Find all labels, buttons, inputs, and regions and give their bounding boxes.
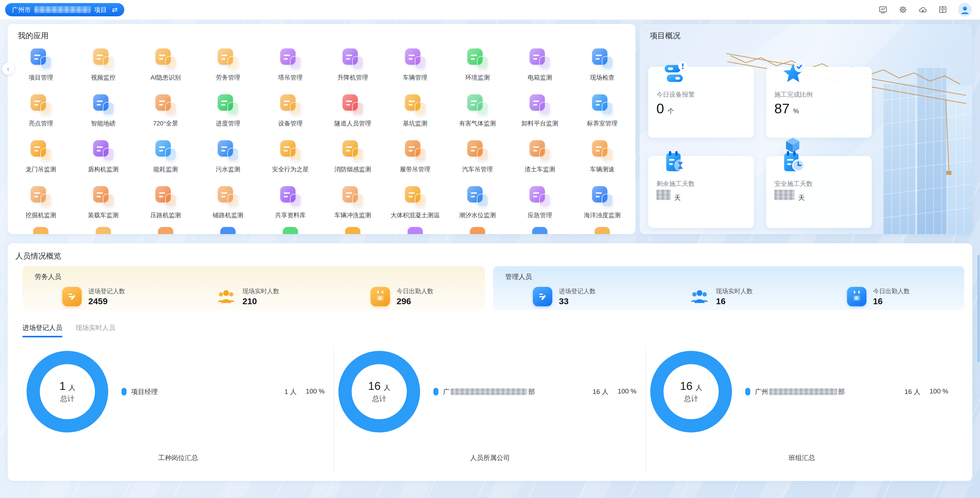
app-icon [93, 48, 114, 69]
app-shortcut[interactable]: 压路机监测 [135, 181, 197, 227]
switch-project-icon[interactable]: ⇄ [112, 6, 118, 14]
app-shortcut[interactable]: 环境监测 [446, 43, 509, 89]
app-shortcut[interactable]: 基坑监测 [384, 89, 446, 135]
app-label: 720°全景 [153, 119, 178, 127]
app-shortcut[interactable]: 现场检查 [571, 43, 633, 89]
chart-companies: 16 人 总计 广 部 16 人 100 % [334, 345, 646, 473]
app-shortcut[interactable]: 车辆冲洗监测 [321, 181, 384, 227]
tab-realtime-personnel[interactable]: 现场实时人员 [76, 324, 115, 337]
app-shortcut[interactable]: 升降机管理 [321, 43, 384, 89]
donut-total: 1 [59, 380, 65, 392]
app-shortcut[interactable]: 项目管理 [10, 43, 72, 89]
cloud-download-icon[interactable] [918, 5, 928, 14]
app-shortcut[interactable]: 电箱监测 [509, 43, 571, 89]
app-shortcut[interactable]: 大体积混凝土测温 [384, 181, 446, 227]
legend-percent: 100 % [617, 387, 636, 396]
app-shortcut[interactable]: 渣土车监测 [509, 135, 571, 181]
app-icon [280, 186, 301, 207]
legend-count: 16 人 [904, 387, 920, 396]
chart-footer: 班组汇总 [646, 454, 958, 462]
app-icon-peek [33, 227, 48, 234]
apps-scroll-left-button[interactable]: ‹ [2, 63, 14, 75]
tab-registered-personnel[interactable]: 进场登记人员 [22, 324, 62, 337]
app-icon-peek [283, 227, 298, 234]
app-shortcut[interactable]: 共享资料库 [259, 181, 321, 227]
app-shortcut[interactable]: 塔吊管理 [259, 43, 321, 89]
app-shortcut[interactable]: 进度管理 [197, 89, 259, 135]
legend-row: 广州 部 16 人 100 % [745, 387, 948, 397]
app-label: 现场检查 [590, 73, 614, 82]
app-shortcut[interactable]: 720°全景 [135, 89, 197, 135]
app-shortcut[interactable]: 劳务管理 [197, 43, 259, 89]
dashboard-page: 广州市 项目 ⇄ [0, 0, 980, 498]
app-shortcut[interactable]: 设备管理 [259, 89, 321, 135]
app-shortcut[interactable]: 海洋浊度监测 [571, 181, 633, 227]
legend-label: 广州 部 [755, 387, 845, 396]
app-shortcut[interactable]: 视频监控 [72, 43, 134, 89]
app-label: 设备管理 [278, 119, 303, 127]
settings-gear-icon[interactable] [898, 5, 907, 14]
svg-text:班: 班 [854, 296, 859, 300]
app-shortcut[interactable]: 安全行为之星 [259, 135, 321, 181]
app-shortcut[interactable]: 亮点管理 [10, 89, 72, 135]
app-shortcut[interactable]: 消防烟感监测 [321, 135, 384, 181]
legend-count: 1 人 [285, 387, 297, 396]
app-label: 污水监测 [216, 165, 240, 173]
app-label: 应急管理 [528, 211, 552, 219]
project-name-redacted [35, 6, 91, 13]
app-icon [467, 48, 488, 69]
app-icon [155, 48, 177, 69]
app-shortcut[interactable]: 铺路机监测 [197, 181, 259, 227]
app-shortcut[interactable]: 潮汐水位监测 [446, 181, 509, 227]
app-shortcut[interactable]: 龙门吊监测 [10, 135, 72, 181]
my-apps-panel: 我的应用 项目管理 视频监控 [8, 24, 635, 234]
donut-label: 总计 [372, 394, 387, 404]
app-shortcut[interactable]: 污水监测 [197, 135, 259, 181]
app-shortcut[interactable]: 装载车监测 [72, 181, 134, 227]
mgmt-onsite-stat: 现场实时人数 16 [650, 283, 807, 310]
app-shortcut[interactable]: 隧道人员管理 [321, 89, 384, 135]
app-shortcut[interactable]: 车辆管理 [384, 43, 446, 89]
app-label: 装载车监测 [88, 211, 119, 219]
legend-row: 项目经理 1 人 100 % [121, 387, 325, 397]
app-icon [342, 186, 363, 207]
page-scrollbar-thumb[interactable] [977, 255, 980, 362]
app-label: 铺路机监测 [213, 211, 243, 219]
personnel-charts: 1 人 总计 项目经理 1 人 100 % 工种岗位汇总 [22, 345, 958, 473]
legend-count: 16 人 [593, 387, 608, 396]
apps-grid: 项目管理 视频监控 AI隐患识别 [10, 43, 633, 227]
app-shortcut[interactable]: 有害气体监测 [446, 89, 509, 135]
legend-label: 广 部 [443, 387, 535, 396]
monitor-chart-icon[interactable] [878, 5, 888, 14]
app-icon [217, 48, 239, 69]
project-switcher[interactable]: 广州市 项目 ⇄ [5, 3, 124, 16]
app-shortcut[interactable]: 盾构机监测 [72, 135, 134, 181]
donut-total: 16 [680, 380, 693, 392]
app-label: 塔吊管理 [278, 73, 303, 82]
app-shortcut[interactable]: 智能地磅 [72, 89, 134, 135]
user-avatar[interactable] [958, 3, 972, 17]
app-label: 汽车吊管理 [462, 165, 493, 173]
app-shortcut[interactable]: 履带吊管理 [384, 135, 446, 181]
stat-value: 33 [559, 296, 596, 306]
donut-chart: 16 人 总计 [650, 351, 732, 433]
app-shortcut[interactable]: 能耗监测 [135, 135, 197, 181]
app-shortcut[interactable]: AI隐患识别 [135, 43, 197, 89]
apps-next-row-peek [10, 227, 633, 234]
app-shortcut[interactable]: 车辆测速 [571, 135, 633, 181]
app-shortcut[interactable]: 卸料平台监测 [509, 89, 571, 135]
chart-teams: 16 人 总计 广州 部 16 人 100 % [646, 345, 958, 473]
app-label: 共享资料库 [275, 211, 306, 219]
management-stats-card: 管理人员 进场登记人数 33 [493, 266, 964, 310]
app-label: 电箱监测 [528, 73, 552, 82]
app-shortcut[interactable]: 标养室管理 [571, 89, 633, 135]
labor-attendance-stat: 班 今日出勤人数 296 [331, 283, 485, 310]
donut-total: 16 [368, 380, 381, 392]
register-notebook-icon [533, 287, 552, 306]
attendance-calendar-icon: 班 [371, 287, 390, 306]
app-shortcut[interactable]: 汽车吊管理 [446, 135, 509, 181]
labor-title: 劳务人员 [35, 272, 61, 281]
app-shortcut[interactable]: 挖掘机监测 [10, 181, 72, 227]
handbook-icon[interactable] [938, 5, 947, 14]
app-shortcut[interactable]: 应急管理 [509, 181, 571, 227]
